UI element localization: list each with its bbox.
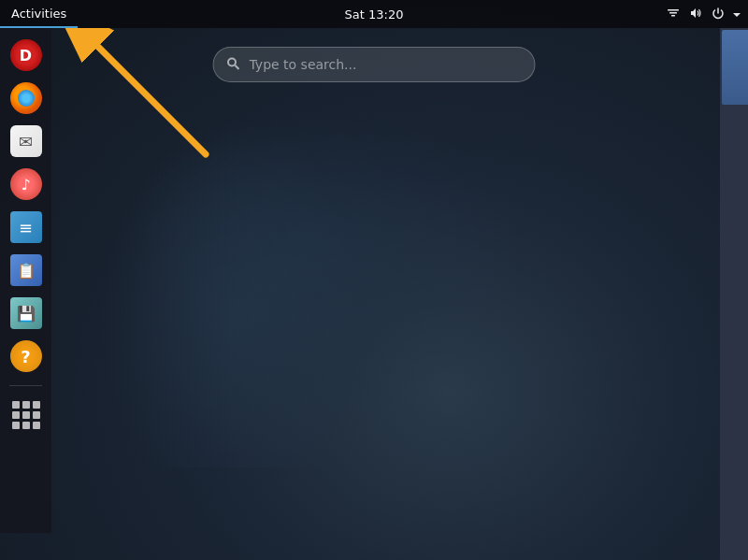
search-input[interactable]: [250, 57, 522, 72]
dock-item-firefox[interactable]: [7, 79, 46, 118]
topbar-clock: Sat 13:20: [345, 7, 404, 22]
dock-item-backup[interactable]: [7, 294, 46, 333]
debian-icon: [10, 39, 42, 71]
rhythmbox-icon: [10, 168, 42, 200]
dock-item-rhythmbox[interactable]: [7, 165, 46, 204]
power-icon[interactable]: [711, 6, 726, 23]
dock-item-debian[interactable]: [7, 36, 46, 75]
topbar: Activities Sat 13:20: [0, 0, 748, 28]
svg-marker-3: [691, 8, 696, 18]
dock-item-app-grid[interactable]: [7, 395, 46, 435]
dock-item-mail[interactable]: [7, 122, 46, 161]
topbar-right: [666, 6, 748, 23]
svg-rect-0: [668, 9, 679, 11]
app-grid-icon: [10, 399, 42, 431]
help-icon: [10, 340, 42, 372]
svg-rect-1: [669, 12, 677, 14]
search-container: [213, 47, 536, 82]
svg-point-5: [228, 58, 236, 65]
workspace-preview[interactable]: [722, 30, 748, 105]
notes-icon: [10, 254, 42, 286]
power-dropdown-icon[interactable]: [733, 7, 741, 22]
dock-item-help[interactable]: [7, 337, 46, 376]
network-icon[interactable]: [666, 6, 681, 23]
backup-icon: [10, 297, 42, 329]
search-icon: [227, 57, 240, 73]
activities-button[interactable]: Activities: [0, 0, 78, 28]
mail-icon: [10, 125, 42, 157]
dock-item-writer[interactable]: [7, 208, 46, 247]
writer-icon: [10, 211, 42, 243]
svg-line-6: [236, 65, 239, 69]
topbar-left: Activities: [0, 0, 78, 28]
firefox-icon: [10, 82, 42, 114]
dock-item-notes[interactable]: [7, 251, 46, 290]
dock-separator: [9, 385, 42, 386]
dock: [0, 28, 51, 533]
svg-rect-2: [671, 15, 675, 17]
right-panel: [720, 28, 748, 560]
search-bar: [213, 47, 536, 82]
desktop: [0, 0, 748, 560]
svg-marker-4: [733, 13, 741, 17]
volume-icon[interactable]: [688, 6, 703, 23]
